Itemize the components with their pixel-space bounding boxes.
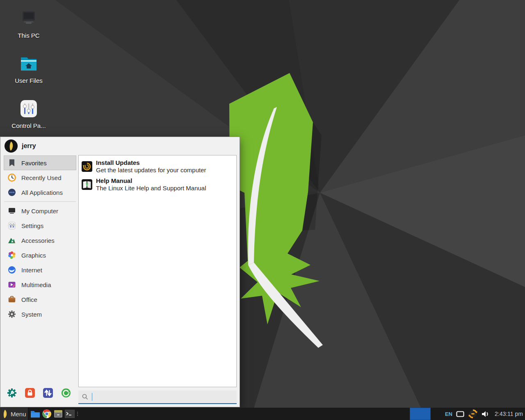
clock-icon xyxy=(8,173,16,182)
sidebar-item-all-applications[interactable]: All Applications xyxy=(4,185,76,200)
padlock-icon[interactable] xyxy=(25,388,35,398)
update-refresh-icon[interactable] xyxy=(468,409,478,419)
power-icon[interactable] xyxy=(61,388,71,398)
desktop-icon-label: Control Pa... xyxy=(6,122,52,129)
menu-button-label: Menu xyxy=(11,411,26,418)
sidebar-item-label: Office xyxy=(21,296,37,303)
gear-icon xyxy=(8,310,16,318)
taskbar-menu-button[interactable]: Menu xyxy=(0,408,28,420)
search-icon xyxy=(82,394,88,400)
sidebar-item-label: Internet xyxy=(21,267,42,274)
app-title: Install Updates xyxy=(96,159,206,167)
app-item-help-manual[interactable]: Help Manual The Linux Lite Help and Supp… xyxy=(79,176,236,194)
menu-username: jerry xyxy=(22,142,36,150)
workspace-switcher[interactable] xyxy=(410,408,431,420)
globe-icon xyxy=(8,266,16,274)
chrome-icon xyxy=(42,409,51,418)
system-tray: EN 2:43:11 pm xyxy=(445,408,523,420)
menu-app-list: Install Updates Get the latest updates f… xyxy=(78,155,237,387)
computer-icon xyxy=(19,8,39,30)
sidebar-item-multimedia[interactable]: Multimedia xyxy=(4,277,76,292)
desktop-icon-user-files[interactable]: User Files xyxy=(6,53,52,84)
sidebar-item-recently-used[interactable]: Recently Used xyxy=(4,170,76,185)
app-subtitle: Get the latest updates for your computer xyxy=(96,167,206,174)
sidebar-item-office[interactable]: Office xyxy=(4,292,76,307)
text-caret xyxy=(92,393,92,401)
sidebar-item-label: Recently Used xyxy=(21,174,62,181)
control-panel-icon xyxy=(19,98,39,120)
monitor-icon xyxy=(8,207,16,215)
sidebar-item-my-computer[interactable]: My Computer xyxy=(4,203,76,218)
home-folder-icon xyxy=(19,53,39,75)
sidebar-item-graphics[interactable]: Graphics xyxy=(4,248,76,262)
apps-grid-icon xyxy=(8,188,16,196)
taskbar-clock[interactable]: 2:43:11 pm xyxy=(495,411,523,417)
sidebar-item-label: My Computer xyxy=(21,208,58,215)
menu-header: jerry xyxy=(0,137,36,155)
sidebar-item-label: Settings xyxy=(21,222,43,229)
feather-menu-icon xyxy=(1,409,9,418)
sidebar-item-label: Graphics xyxy=(21,252,46,259)
sidebar-item-system[interactable]: System xyxy=(4,307,76,322)
sidebar-separator xyxy=(4,201,76,202)
file-cabinet-icon xyxy=(53,409,63,418)
panel-handle-dots[interactable] xyxy=(77,412,78,416)
desktop-icon-this-pc[interactable]: This PC xyxy=(6,8,52,39)
help-book-icon xyxy=(82,179,92,190)
palette-flower-icon xyxy=(8,251,16,259)
volume-icon[interactable] xyxy=(482,411,489,418)
file-cabinet-launcher[interactable] xyxy=(52,408,64,420)
desktop: This PC User Files Control Pa... xyxy=(0,0,525,420)
switch-arrows-icon[interactable] xyxy=(43,388,53,398)
taskbar: Menu xyxy=(0,408,525,420)
search-input[interactable] xyxy=(78,390,237,404)
desktop-icon-label: This PC xyxy=(6,32,52,39)
desktop-icon-control-panel[interactable]: Control Pa... xyxy=(6,98,52,129)
display-icon[interactable] xyxy=(456,411,464,417)
sidebar-item-favorites[interactable]: Favorites xyxy=(4,155,76,170)
keyboard-layout-indicator[interactable]: EN xyxy=(445,411,452,417)
sidebar-item-label: Favorites xyxy=(21,160,47,167)
user-avatar[interactable] xyxy=(4,139,18,153)
taskbar-launchers xyxy=(30,408,78,420)
updates-icon xyxy=(82,161,92,172)
tools-icon xyxy=(8,236,16,244)
whisker-menu: jerry Favorites Recently Used xyxy=(0,137,240,407)
sidebar-item-label: All Applications xyxy=(21,189,63,196)
media-play-icon xyxy=(8,281,16,289)
sidebar-item-accessories[interactable]: Accessories xyxy=(4,233,76,248)
terminal-launcher[interactable] xyxy=(64,408,75,420)
bookmark-icon xyxy=(8,159,16,167)
sliders-icon xyxy=(8,221,16,230)
terminal-icon xyxy=(65,410,75,418)
chrome-launcher[interactable] xyxy=(41,408,52,420)
file-manager-launcher[interactable] xyxy=(30,408,41,420)
app-item-install-updates[interactable]: Install Updates Get the latest updates f… xyxy=(79,158,236,176)
sidebar-item-internet[interactable]: Internet xyxy=(4,262,76,277)
menu-actions xyxy=(7,388,71,398)
app-subtitle: The Linux Lite Help and Support Manual xyxy=(96,185,206,192)
sidebar-item-label: Multimedia xyxy=(21,281,51,288)
sidebar-item-settings[interactable]: Settings xyxy=(4,218,76,233)
app-title: Help Manual xyxy=(96,177,206,185)
briefcase-icon xyxy=(8,295,16,304)
gear-wrench-icon[interactable] xyxy=(7,388,17,398)
menu-sidebar: Favorites Recently Used All Applications xyxy=(4,155,76,322)
folder-icon xyxy=(30,410,40,418)
sidebar-item-label: Accessories xyxy=(21,237,55,244)
desktop-icon-label: User Files xyxy=(6,77,52,84)
sidebar-item-label: System xyxy=(21,311,42,318)
